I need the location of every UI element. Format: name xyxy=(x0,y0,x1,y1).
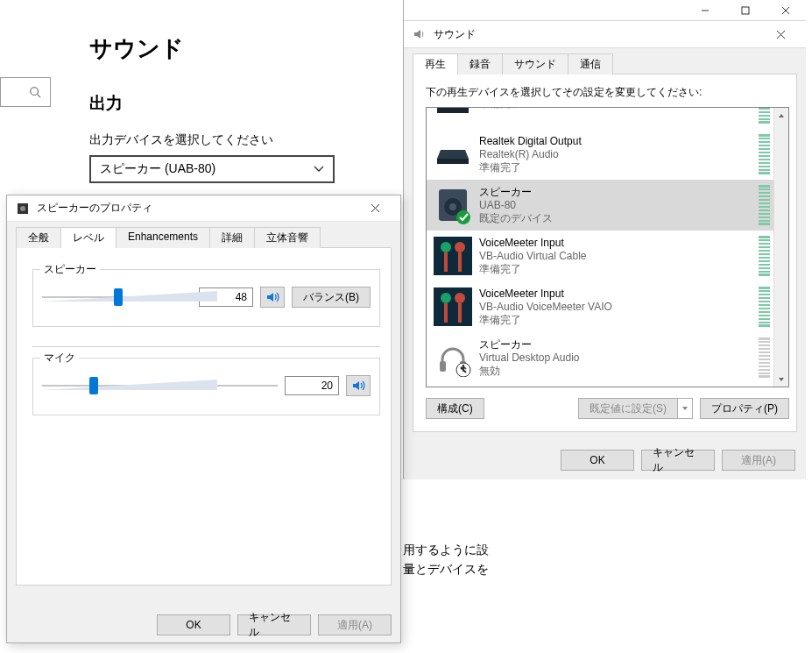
scroll-up-icon[interactable] xyxy=(774,108,789,123)
configure-button[interactable]: 構成(C) xyxy=(426,398,484,419)
device-list: 準備完了Realtek Digital OutputRealtek(R) Aud… xyxy=(426,107,789,387)
device-name: Realtek Digital Output xyxy=(479,135,582,148)
apply-button[interactable]: 適用(A) xyxy=(318,614,392,635)
device-name: VoiceMeeter Input xyxy=(479,287,612,301)
speaker-icon xyxy=(16,202,30,216)
svg-marker-9 xyxy=(437,108,469,113)
device-row[interactable]: Realtek Digital OutputRealtek(R) Audio準備… xyxy=(427,129,773,180)
tab-enhancements[interactable]: Enhancements xyxy=(116,227,210,248)
device-name: VoiceMeeter Input xyxy=(479,237,587,250)
cancel-button[interactable]: キャンセル xyxy=(641,450,715,471)
ok-button[interactable]: OK xyxy=(561,450,634,471)
sound-dialog: サウンド 再生 録音 サウンド 通信 下の再生デバイスを選択してその設定を変更し… xyxy=(403,0,806,479)
tab-general[interactable]: 全般 xyxy=(16,227,61,248)
tab-spatial[interactable]: 立体音響 xyxy=(254,227,321,248)
maximize-button[interactable] xyxy=(725,0,766,21)
device-icon xyxy=(432,133,474,175)
sound-titlebar[interactable]: サウンド xyxy=(404,21,806,47)
properties-footer: OK キャンセル 適用(A) xyxy=(7,607,400,642)
svg-rect-26 xyxy=(440,361,446,372)
tab-playback[interactable]: 再生 xyxy=(413,53,458,75)
device-sub: VB-Audio VoiceMeeter VAIO xyxy=(479,301,612,314)
svg-rect-19 xyxy=(444,252,448,272)
level-meter xyxy=(759,236,770,276)
search-box[interactable] xyxy=(0,77,51,107)
cancel-button[interactable]: キャンセル xyxy=(237,614,311,635)
device-status: 既定のデバイス xyxy=(479,212,553,225)
level-meter xyxy=(759,287,770,327)
mute-mic-button[interactable] xyxy=(346,375,371,396)
device-row[interactable]: VoiceMeeter InputVB-Audio Virtual Cable準… xyxy=(427,231,773,281)
properties-tabs: 全般 レベル Enhancements 詳細 立体音響 xyxy=(16,227,392,248)
close-icon[interactable] xyxy=(760,24,801,45)
device-status: 準備完了 xyxy=(479,263,587,276)
sound-footer: OK キャンセル 適用(A) xyxy=(404,441,806,479)
device-sub: VB-Audio Virtual Cable xyxy=(479,250,587,263)
device-row[interactable]: スピーカーUAB-80既定のデバイス xyxy=(427,180,773,231)
scroll-down-icon[interactable] xyxy=(774,372,789,387)
device-status: 準備完了 xyxy=(479,314,612,327)
sound-title-text: サウンド xyxy=(434,27,760,42)
set-default-dropdown[interactable] xyxy=(677,398,693,419)
tab-sounds[interactable]: サウンド xyxy=(502,53,568,75)
device-sub: Virtual Desktop Audio xyxy=(479,351,580,365)
close-window-button[interactable] xyxy=(766,0,806,21)
speaker-icon xyxy=(413,27,427,41)
device-row[interactable]: スピーカーVirtual Desktop Audio無効 xyxy=(427,332,773,383)
output-device-combo[interactable]: スピーカー (UAB-80) xyxy=(89,155,335,183)
device-status: 無効 xyxy=(479,365,580,378)
tab-recording[interactable]: 録音 xyxy=(457,53,503,75)
speaker-volume-slider[interactable] xyxy=(42,284,192,310)
close-icon[interactable] xyxy=(355,198,395,219)
svg-marker-8 xyxy=(437,107,469,108)
mic-group: マイク 20 xyxy=(32,358,380,415)
ok-button[interactable]: OK xyxy=(157,614,230,635)
tab-detail[interactable]: 詳細 xyxy=(209,227,255,248)
svg-marker-10 xyxy=(437,150,469,159)
svg-line-1 xyxy=(38,95,41,98)
svg-rect-20 xyxy=(458,252,462,272)
level-meter xyxy=(759,337,770,378)
svg-point-18 xyxy=(455,242,465,252)
scrollbar[interactable] xyxy=(773,108,788,387)
properties-button[interactable]: プロパティ(P) xyxy=(700,398,789,419)
device-row[interactable]: VoiceMeeter InputVB-Audio VoiceMeeter VA… xyxy=(427,281,773,332)
properties-title-text: スピーカーのプロパティ xyxy=(37,201,355,216)
mic-volume-slider[interactable] xyxy=(42,373,278,399)
apply-button[interactable]: 適用(A) xyxy=(722,450,795,471)
svg-point-23 xyxy=(455,293,465,303)
device-name: スピーカー xyxy=(479,186,553,199)
playback-instruction: 下の再生デバイスを選択してその設定を変更してください: xyxy=(426,85,789,100)
device-sub: UAB-80 xyxy=(479,199,553,212)
device-icon xyxy=(432,337,474,379)
svg-rect-24 xyxy=(444,303,448,323)
device-row[interactable]: 準備完了 xyxy=(427,107,773,129)
tab-level[interactable]: レベル xyxy=(60,227,117,248)
set-default-button[interactable]: 既定値に設定(S) xyxy=(578,398,677,419)
device-name: スピーカー xyxy=(479,338,580,351)
level-meter xyxy=(759,107,770,124)
svg-rect-25 xyxy=(458,303,462,323)
device-icon xyxy=(432,107,474,124)
minimize-button[interactable] xyxy=(685,0,725,21)
device-status: 準備完了 xyxy=(479,161,582,174)
tab-communications[interactable]: 通信 xyxy=(568,53,613,75)
device-icon xyxy=(432,235,474,277)
output-device-value: スピーカー (UAB-80) xyxy=(100,161,215,177)
svg-point-14 xyxy=(449,203,456,210)
svg-point-0 xyxy=(31,88,39,96)
properties-titlebar[interactable]: スピーカーのプロパティ xyxy=(7,195,400,222)
mic-group-label: マイク xyxy=(40,351,79,366)
svg-marker-33 xyxy=(42,291,217,302)
svg-point-22 xyxy=(441,293,451,303)
svg-marker-11 xyxy=(437,159,469,164)
svg-rect-21 xyxy=(434,287,472,326)
svg-point-17 xyxy=(441,242,451,252)
device-sub: Realtek(R) Audio xyxy=(479,148,582,161)
svg-rect-3 xyxy=(742,7,749,14)
device-icon xyxy=(432,184,474,226)
level-meter xyxy=(759,185,770,225)
chevron-down-icon xyxy=(314,164,324,174)
svg-point-30 xyxy=(20,206,25,211)
search-icon xyxy=(29,86,41,98)
